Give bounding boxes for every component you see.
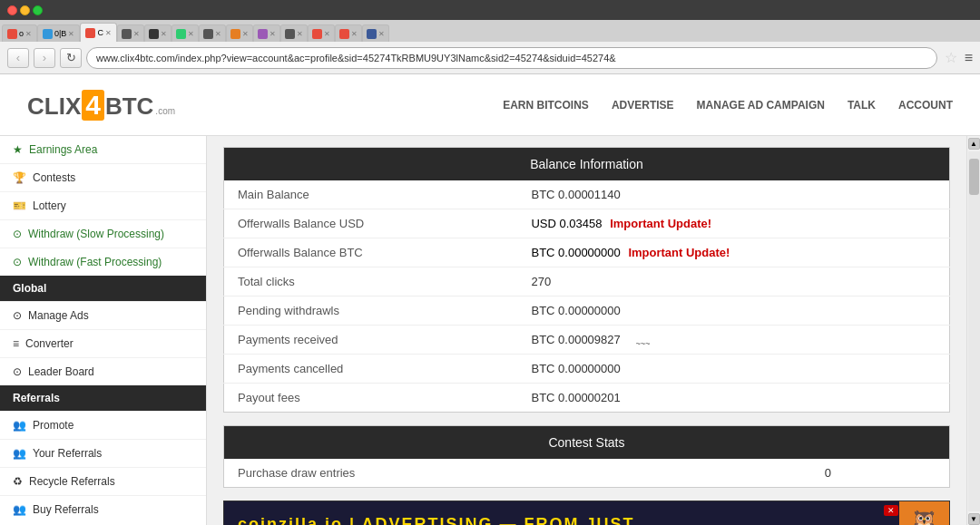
maximize-window-btn[interactable] — [33, 5, 43, 15]
payout-fees-value: BTC 0.00000201 — [517, 384, 949, 413]
tab-active[interactable]: C ✕ — [80, 23, 117, 42]
important-update-1: Important Update! — [610, 217, 711, 230]
sidebar-item-contests[interactable]: 🏆 Contests — [0, 163, 206, 191]
sidebar-item-recycle-referrals[interactable]: ♻ Recycle Referrals — [0, 467, 206, 495]
main-balance-value: BTC 0.00001140 — [517, 180, 949, 209]
sidebar-item-withdraw-fast[interactable]: ⊙ Withdraw (Fast Processing) — [0, 248, 206, 276]
tab[interactable]: o ✕ — [2, 24, 37, 42]
scroll-down-btn[interactable]: ▼ — [968, 513, 980, 525]
purchase-draw-label: Purchase draw entries — [224, 459, 811, 488]
banner-area: coinzilla.io | ADVERTISING — FROM JUST 🦉… — [223, 501, 950, 525]
nav-account[interactable]: ACCOUNT — [898, 99, 953, 112]
close-banner-btn[interactable]: ✕ — [884, 505, 898, 516]
ticket-icon: 🎫 — [13, 199, 26, 212]
scroll-thumb[interactable] — [969, 159, 979, 195]
bookmark-icon[interactable]: ☆ — [945, 49, 957, 66]
menu-icon[interactable]: ≡ — [965, 50, 973, 66]
offerwalls-usd-label: Offerwalls Balance USD — [224, 209, 518, 238]
payments-cancelled-value: BTC 0.00000000 — [517, 355, 949, 384]
pending-withdrawals-label: Pending withdrawls — [224, 297, 518, 326]
important-update-2: Important Update! — [628, 246, 730, 259]
tab[interactable]: ✕ — [335, 24, 362, 42]
recycle-icon: ♻ — [13, 475, 23, 488]
purchase-draw-value: 0 — [811, 459, 950, 488]
star-icon: ★ — [13, 143, 23, 156]
contest-table-header: Contest Stats — [224, 426, 950, 460]
sidebar-item-leaderboard[interactable]: ⊙ Leader Board — [0, 357, 206, 385]
nav-advertise[interactable]: ADVERTISE — [612, 99, 674, 112]
refresh-button[interactable]: ↻ — [60, 48, 82, 68]
banner-image: 🦉 — [899, 501, 949, 525]
site-nav: EARN BITCOINS ADVERTISE MANAGE AD CAMPAI… — [503, 99, 953, 112]
address-bar[interactable]: www.clix4btc.com/index.php?view=account&… — [86, 47, 937, 69]
main-balance-label: Main Balance — [224, 180, 518, 209]
tab[interactable]: ✕ — [144, 24, 172, 42]
tab[interactable]: ✕ — [362, 24, 389, 42]
scroll-track[interactable] — [968, 151, 980, 511]
nav-talk[interactable]: TALK — [848, 99, 876, 112]
banner-text: coinzilla.io | ADVERTISING — FROM JUST — [224, 515, 648, 526]
balance-table: Balance Information Main Balance BTC 0.0… — [223, 147, 950, 413]
tab[interactable]: ✕ — [226, 24, 253, 42]
nav-manage-ad-campaign[interactable]: MANAGE AD CAMPAIGN — [697, 99, 825, 112]
contest-table: Contest Stats Purchase draw entries 0 — [223, 425, 950, 488]
referrals-icon: 👥 — [13, 447, 26, 460]
circle2-icon: ⊙ — [13, 256, 22, 268]
buy-referrals-icon: 👥 — [13, 503, 26, 516]
offerwalls-btc-value: BTC 0.00000000 Important Update! — [517, 238, 949, 267]
sidebar-item-promote[interactable]: 👥 Promote — [0, 411, 206, 439]
payout-fees-label: Payout fees — [224, 384, 518, 413]
offerwalls-btc-label: Offerwalls Balance BTC — [224, 238, 518, 267]
trophy-icon: 🏆 — [13, 171, 26, 184]
payments-received-label: Payments received — [224, 326, 518, 355]
scrollbar[interactable]: ▲ ▼ — [966, 136, 980, 525]
sidebar-item-buy-referrals[interactable]: 👥 Buy Referrals — [0, 495, 206, 523]
tab[interactable]: ✕ — [280, 24, 308, 42]
sidebar-item-lottery[interactable]: 🎫 Lottery — [0, 191, 206, 219]
sidebar-item-your-referrals[interactable]: 👥 Your Referrals — [0, 439, 206, 467]
site-logo: CLIX 4 BTC .com — [27, 90, 175, 121]
manage-ads-icon: ⊙ — [13, 309, 22, 322]
back-button[interactable]: ‹ — [7, 48, 29, 68]
sidebar-item-manage-ads[interactable]: ⊙ Manage Ads — [0, 301, 206, 329]
tab[interactable]: ✕ — [117, 24, 144, 42]
nav-earn-bitcoins[interactable]: EARN BITCOINS — [503, 99, 589, 112]
scroll-up-btn[interactable]: ▲ — [968, 138, 980, 150]
payments-received-value: BTC 0.00009827 ~~~ — [517, 326, 949, 355]
offerwalls-usd-value: USD 0.03458 Important Update! — [517, 209, 949, 238]
total-clicks-label: Total clicks — [224, 267, 518, 297]
converter-icon: ≡ — [13, 337, 19, 350]
tab[interactable]: ✕ — [308, 24, 335, 42]
total-clicks-value: 270 — [517, 267, 949, 297]
forward-button[interactable]: › — [34, 48, 55, 68]
tab[interactable]: 0|B ✕ — [37, 24, 80, 42]
payments-cancelled-label: Payments cancelled — [224, 355, 518, 384]
leaderboard-icon: ⊙ — [13, 365, 22, 378]
sidebar-item-earnings-area[interactable]: ★ Earnings Area — [0, 136, 206, 163]
sidebar-section-referrals: Referrals — [0, 385, 206, 411]
balance-table-header: Balance Information — [224, 148, 950, 181]
tab[interactable]: ✕ — [253, 24, 280, 42]
sidebar-item-converter[interactable]: ≡ Converter — [0, 329, 206, 357]
close-window-btn[interactable] — [7, 5, 17, 15]
main-content: Balance Information Main Balance BTC 0.0… — [207, 136, 966, 525]
minimize-window-btn[interactable] — [20, 5, 30, 15]
circle-icon: ⊙ — [13, 228, 22, 240]
tab[interactable]: ✕ — [172, 24, 199, 42]
promote-icon: 👥 — [13, 419, 26, 432]
sidebar-section-global: Global — [0, 276, 206, 301]
sidebar-item-withdraw-slow[interactable]: ⊙ Withdraw (Slow Processing) — [0, 219, 206, 248]
sidebar: ★ Earnings Area 🏆 Contests 🎫 Lottery ⊙ W… — [0, 136, 207, 525]
tab[interactable]: ✕ — [199, 24, 226, 42]
pending-withdrawals-value: BTC 0.00000000 — [517, 297, 949, 326]
